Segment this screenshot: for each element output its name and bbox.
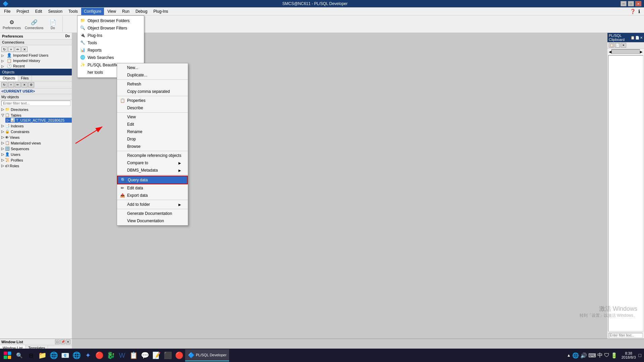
- conn-add-btn[interactable]: +: [8, 47, 14, 52]
- tree-indexes[interactable]: ▷ 📑 Indexes: [0, 123, 72, 128]
- menu-session[interactable]: Session: [45, 8, 65, 15]
- taskbar-green-icon[interactable]: 🐉: [105, 350, 116, 361]
- taskbar-search[interactable]: 🔍: [14, 350, 25, 361]
- conn-delete-btn[interactable]: ✕: [21, 47, 28, 52]
- config-web-searches[interactable]: 🌐 Web Searches: [77, 54, 144, 61]
- ctx-new[interactable]: New...: [117, 64, 188, 71]
- taskbar-plsql[interactable]: 🔴: [174, 350, 184, 361]
- ctx-describe[interactable]: Describe: [117, 104, 188, 112]
- menu-file[interactable]: File: [1, 8, 13, 15]
- menu-run[interactable]: Run: [119, 8, 132, 15]
- preferences-button[interactable]: ⚙ Preferences: [1, 17, 22, 31]
- tree-sequences[interactable]: ▷ 🔢 Sequences: [0, 146, 72, 151]
- help-icon[interactable]: ❓: [630, 9, 636, 14]
- conn-edit-btn[interactable]: ✏: [15, 47, 21, 52]
- conn-imported-history[interactable]: ▷ 📋 Imported History: [0, 58, 72, 63]
- clip-btn-3[interactable]: ✕: [621, 43, 626, 48]
- systray-network[interactable]: 🌐: [572, 352, 579, 359]
- taskbar-red-icon[interactable]: 🔴: [94, 350, 105, 361]
- tree-directories[interactable]: ▷ 📁 Directories: [0, 107, 72, 112]
- clipboard-close-btn[interactable]: ✕: [640, 36, 643, 40]
- ctx-generate-doc[interactable]: Generate Documentation: [117, 210, 188, 217]
- ctx-refresh[interactable]: Refresh: [117, 80, 188, 88]
- ctx-view-doc[interactable]: View Documentation: [117, 217, 188, 225]
- start-button[interactable]: [1, 349, 13, 361]
- clipboard-copy-btn[interactable]: 📋: [631, 36, 635, 40]
- config-obj-browser-filters[interactable]: 🔍 Object Browser Filters: [77, 24, 144, 32]
- conn-imported-fixed-users[interactable]: ▷ 👤 Imported Fixed Users: [0, 53, 72, 58]
- taskbar-file-explorer[interactable]: 📁: [37, 350, 48, 361]
- ctx-rename[interactable]: Rename: [117, 128, 188, 135]
- tree-tables[interactable]: ▽ 📋 Tables: [0, 113, 72, 118]
- wl-close-btn[interactable]: ✕: [66, 340, 70, 344]
- obj-config-btn[interactable]: ⚙: [28, 82, 34, 87]
- config-obj-browser-folders[interactable]: 📁 Object Browser Folders: [77, 17, 144, 24]
- ctx-export-data[interactable]: 📤 Export data: [117, 192, 188, 199]
- ctx-compare-to[interactable]: Compare to ▶: [117, 159, 188, 167]
- ctx-edit-data[interactable]: ✏ Edit data: [117, 184, 188, 192]
- restore-button[interactable]: □: [628, 1, 634, 6]
- obj-add-btn[interactable]: +: [8, 82, 14, 87]
- connections-button[interactable]: 🔗 Connections: [23, 17, 45, 31]
- clipboard-paste-btn[interactable]: 📄: [635, 36, 639, 40]
- clip-btn-1[interactable]: 📋: [609, 43, 614, 48]
- systray-security[interactable]: 🛡: [604, 352, 609, 358]
- systray-keyboard[interactable]: ⌨: [588, 352, 596, 359]
- tab-objects[interactable]: Objects: [0, 75, 18, 81]
- ctx-recompile[interactable]: Recompile referencing objects: [117, 152, 188, 159]
- obj-delete-btn[interactable]: ✕: [21, 82, 28, 87]
- config-plug-ins[interactable]: 🔌 Plug-Ins: [77, 32, 144, 39]
- menu-view[interactable]: View: [105, 8, 119, 15]
- ctx-copy-comma[interactable]: Copy comma separated: [117, 88, 188, 95]
- ctx-add-to-folder[interactable]: Add to folder ▶: [117, 201, 188, 208]
- menu-project[interactable]: Project: [14, 8, 32, 15]
- clip-scroll-right[interactable]: ▶: [640, 50, 643, 54]
- clipboard-filter-input[interactable]: [609, 333, 643, 338]
- conn-recent[interactable]: ▷ 🕐 Recent: [0, 63, 72, 69]
- tree-table-t-user-active[interactable]: ▷ 📊 T_USER_ACTIVE_20180625: [5, 118, 72, 123]
- ctx-duplicate[interactable]: Duplicate...: [117, 71, 188, 79]
- taskbar-outlook[interactable]: 📧: [60, 350, 70, 361]
- taskbar-notepad[interactable]: 📝: [151, 350, 162, 361]
- tree-materialized-views[interactable]: ▷ 📋 Materialized views: [0, 140, 72, 145]
- tree-roles[interactable]: ▷ 🏷 Roles: [0, 163, 72, 168]
- clip-scrollbar[interactable]: [611, 49, 640, 54]
- taskbar-action-center[interactable]: □: [637, 353, 643, 358]
- info-icon[interactable]: ℹ: [638, 9, 640, 14]
- close-button[interactable]: ✕: [635, 1, 641, 6]
- tree-users[interactable]: ▷ 👤 Users: [0, 152, 72, 157]
- wl-pin-btn[interactable]: 📌: [60, 340, 65, 344]
- tree-profiles[interactable]: ▷ 📜 Profiles: [0, 158, 72, 163]
- menu-plug-ins[interactable]: Plug-Ins: [151, 8, 171, 15]
- taskbar-chrome[interactable]: 🌐: [71, 350, 82, 361]
- minimize-button[interactable]: ─: [621, 1, 627, 6]
- taskbar-ie[interactable]: 🌐: [48, 350, 59, 361]
- systray-battery[interactable]: 🔋: [611, 352, 618, 359]
- doc-button[interactable]: 📄 Do: [46, 17, 60, 31]
- taskbar-task-view[interactable]: ⊟: [25, 350, 36, 361]
- taskbar-blue-icon[interactable]: ✦: [83, 350, 93, 361]
- tree-views[interactable]: ▷ 👁 Views: [0, 135, 72, 140]
- taskbar-unknown1[interactable]: 📋: [128, 350, 139, 361]
- menu-tools[interactable]: Tools: [66, 8, 80, 15]
- tree-constraints[interactable]: ▷ 🔒 Constraints: [0, 129, 72, 134]
- ctx-query-data[interactable]: 🔍 Query data: [117, 176, 188, 184]
- menu-configure[interactable]: Configure: [81, 8, 104, 15]
- object-filter-input[interactable]: [1, 101, 70, 106]
- obj-refresh-btn[interactable]: ↻: [1, 82, 7, 87]
- tab-files[interactable]: Files: [18, 75, 32, 81]
- obj-edit-btn[interactable]: ✏: [15, 82, 21, 87]
- clip-btn-2[interactable]: 📄: [615, 43, 620, 48]
- conn-refresh-btn[interactable]: ↻: [1, 47, 7, 52]
- taskbar-active-app[interactable]: 🔷 PL/SQL Developer: [185, 349, 229, 361]
- taskbar-word[interactable]: W: [117, 350, 127, 361]
- wl-minimize-btn[interactable]: □: [55, 340, 60, 344]
- taskbar-chat[interactable]: 💬: [140, 350, 150, 361]
- taskbar-time[interactable]: 8:38 2018/8/3: [622, 351, 636, 359]
- systray-chinese[interactable]: 中: [597, 352, 603, 359]
- config-reports[interactable]: 📊 Reports: [77, 47, 144, 54]
- clip-scroll-left[interactable]: ◀: [609, 50, 611, 54]
- ctx-view[interactable]: View: [117, 113, 188, 121]
- menu-edit[interactable]: Edit: [33, 8, 45, 15]
- config-tools[interactable]: 🔧 Tools: [77, 39, 144, 47]
